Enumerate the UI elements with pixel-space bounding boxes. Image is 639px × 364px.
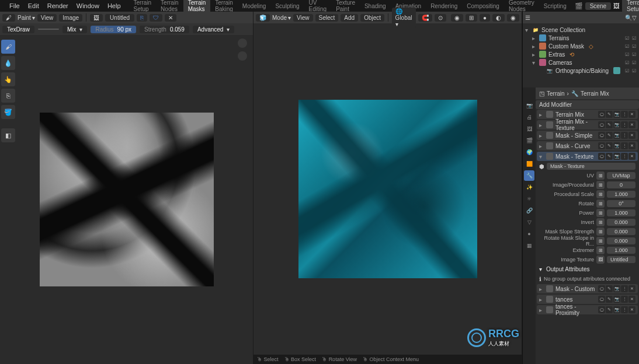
mod-render-icon[interactable]: 📷 [613, 142, 620, 149]
outliner-item[interactable]: ▸ Custom Mask ◇ ☑☑ [523, 42, 639, 50]
modifier-item[interactable]: ▾ Mask - Texture 🖵✎📷⋮✕ [537, 152, 638, 161]
visibility-icon[interactable]: ☑ [624, 60, 630, 65]
param-field[interactable]: UVMap [607, 172, 635, 179]
attribute-toggle-icon[interactable]: ⊞ [596, 237, 605, 245]
props-tab-mesh-icon[interactable]: ▽ [524, 217, 534, 228]
render-icon[interactable]: ☑ [631, 51, 637, 57]
mod-delete-icon[interactable]: ✕ [628, 111, 635, 118]
workspace-tab[interactable]: Sculpting [270, 2, 304, 10]
mod-delete-icon[interactable]: ✕ [628, 285, 635, 292]
image-canvas[interactable] [40, 113, 214, 286]
workspace-tab[interactable]: Compositing [462, 2, 504, 10]
attribute-toggle-icon[interactable]: ⊞ [596, 246, 605, 254]
param-field[interactable]: 0° [607, 200, 635, 207]
menu-view[interactable]: View [293, 14, 313, 22]
nodegroup-name[interactable]: Mask - Texture [547, 163, 635, 170]
menu-window[interactable]: Window [73, 1, 103, 10]
render-icon[interactable]: ☑ [631, 43, 637, 49]
brush-preset[interactable]: TexDraw [2, 26, 34, 33]
smear-tool-icon[interactable]: 👆 [1, 72, 15, 86]
param-field[interactable]: 0.000 [607, 219, 635, 226]
param-field[interactable]: 1.000 [607, 191, 635, 198]
props-tab-physics-icon[interactable]: ⚛ [524, 194, 534, 204]
soften-tool-icon[interactable]: 💧 [1, 56, 15, 70]
outliner-item[interactable]: ▸ Extras ⟲ ☑☑ [523, 50, 639, 58]
mod-delete-icon[interactable]: ✕ [628, 296, 635, 303]
modifier-item[interactable]: ▸ Mask - Simple 🖵✎📷⋮✕ [537, 131, 638, 140]
mod-render-icon[interactable]: 📷 [613, 285, 620, 292]
mod-realtime-icon[interactable]: 🖵 [598, 142, 605, 149]
editor-type-icon[interactable]: 🧊 [256, 14, 270, 22]
shading-matprev-icon[interactable]: ◐ [492, 14, 505, 22]
attribute-toggle-icon[interactable]: ⊞ [596, 228, 605, 236]
visibility-icon[interactable]: ☑ [624, 43, 630, 49]
mod-realtime-icon[interactable]: 🖵 [598, 132, 605, 139]
mod-realtime-icon[interactable]: 🖵 [598, 285, 605, 292]
mod-extra-icon[interactable]: ⋮ [621, 142, 628, 149]
shading-rendered-icon[interactable]: ◉ [507, 14, 519, 22]
snap-icon[interactable]: 🧲 [418, 14, 432, 22]
overlays-icon[interactable]: ◉ [451, 14, 463, 22]
attribute-toggle-icon[interactable]: ⊞ [596, 209, 605, 217]
props-tab-world-icon[interactable]: 🌍 [524, 147, 534, 158]
outliner-item[interactable]: ▸ Terrains ☑☑ [523, 34, 639, 42]
props-tab-scene-icon[interactable]: 🎬 [524, 135, 534, 146]
outliner-item[interactable]: ▾ Cameras ☑☑ [523, 58, 639, 66]
image-datablock-icon[interactable]: 🖼 [90, 14, 103, 22]
menu-image[interactable]: Image [59, 14, 82, 22]
shading-solid-icon[interactable]: ● [480, 14, 490, 22]
mod-realtime-icon[interactable]: 🖵 [598, 153, 605, 160]
proportional-icon[interactable]: ⊙ [435, 14, 446, 22]
mod-realtime-icon[interactable]: 🖵 [598, 296, 605, 303]
zoom-icon[interactable] [238, 38, 247, 48]
mod-edit-icon[interactable]: ✎ [606, 285, 613, 292]
modifier-item[interactable]: ▸ Mask - Custom 🖵✎📷⋮✕ [537, 284, 638, 293]
mod-delete-icon[interactable]: ✕ [628, 132, 635, 139]
clone-tool-icon[interactable]: ⎘ [1, 89, 15, 103]
modifier-item[interactable]: ▸ Mask - Curve 🖵✎📷⋮✕ [537, 141, 638, 150]
props-tab-constraints-icon[interactable]: 🔗 [524, 205, 534, 216]
mod-extra-icon[interactable]: ⋮ [621, 296, 628, 303]
render-icon[interactable]: ☑ [631, 35, 637, 41]
workspace-tab[interactable]: Scripting [539, 2, 571, 10]
menu-edit[interactable]: Edit [25, 1, 43, 10]
image-texture-field[interactable]: Untitled [607, 256, 635, 263]
param-field[interactable]: 1.000 [607, 247, 635, 254]
outliner-item[interactable]: 📷 Orthographic/Baking ☑☑ [523, 66, 639, 75]
object-mode-dropdown[interactable]: Mode ▾ [272, 15, 291, 21]
visibility-icon[interactable]: ☑ [624, 35, 630, 41]
workspace-tab[interactable]: Shading [360, 2, 391, 10]
output-attrs-header[interactable]: ▾Output Attributes [536, 264, 639, 274]
visibility-icon[interactable]: ☑ [624, 68, 630, 74]
props-tab-render-icon[interactable]: 📷 [524, 100, 534, 111]
mod-extra-icon[interactable]: ⋮ [621, 132, 628, 139]
mod-render-icon[interactable]: 📷 [613, 306, 620, 313]
props-tab-material-icon[interactable]: ● [524, 229, 534, 239]
modifier-item[interactable]: ▸ tances 🖵✎📷⋮✕ [537, 295, 638, 304]
viewlayer-selector[interactable]: Terrain Setup [622, 0, 639, 13]
menu-add[interactable]: Add [341, 14, 358, 22]
mod-extra-icon[interactable]: ⋮ [621, 153, 628, 160]
attribute-toggle-icon[interactable]: ⊞ [596, 200, 605, 208]
mod-edit-icon[interactable]: ✎ [606, 153, 613, 160]
mod-delete-icon[interactable]: ✕ [628, 121, 635, 128]
pan-icon[interactable] [238, 51, 247, 61]
editor-type-icon[interactable]: 🖌 [2, 14, 15, 22]
filter-icon[interactable]: ▽ [632, 15, 637, 21]
shading-wireframe-icon[interactable]: ⊞ [466, 14, 477, 22]
scene-selector[interactable]: Scene [585, 2, 611, 10]
props-tab-viewlayer-icon[interactable]: 🖼 [524, 124, 534, 134]
mod-render-icon[interactable]: 📷 [613, 153, 620, 160]
outliner-collection[interactable]: ▾📁 Scene Collection [523, 26, 639, 34]
props-tab-object-icon[interactable]: 🟧 [524, 159, 534, 169]
mod-edit-icon[interactable]: ✎ [606, 296, 613, 303]
param-field[interactable]: 0.000 [607, 237, 635, 244]
blend-mode[interactable]: Mix ▾ [62, 26, 88, 33]
menu-file[interactable]: File [6, 1, 23, 10]
modifier-item[interactable]: ▸ Terrain Mix 🖵✎📷⋮✕ [537, 110, 638, 119]
terrain-mesh[interactable] [298, 100, 477, 278]
search-icon[interactable]: 🔍 [625, 15, 632, 21]
workspace-tab[interactable]: Rendering [426, 2, 462, 10]
mod-extra-icon[interactable]: ⋮ [621, 111, 628, 118]
render-icon[interactable]: ☑ [631, 68, 637, 74]
